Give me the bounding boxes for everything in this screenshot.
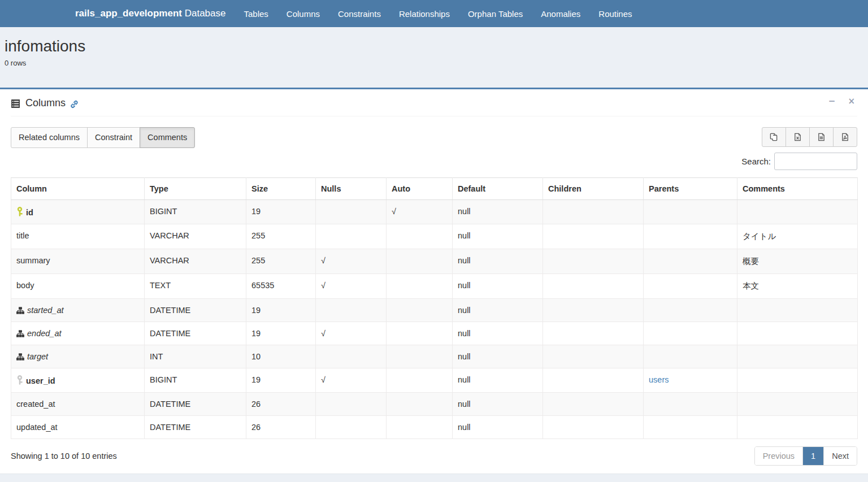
index-icon [16, 307, 24, 314]
table-body: idBIGINT19√nulltitleVARCHAR255nullタイトルsu… [11, 199, 858, 438]
tab-related-columns[interactable]: Related columns [11, 127, 88, 148]
pagination: Previous 1 Next [754, 446, 857, 466]
pagination-previous[interactable]: Previous [755, 447, 802, 465]
cell-auto [387, 224, 453, 249]
column-name: started_at [27, 306, 64, 315]
cell-size: 19 [246, 368, 316, 392]
cell-comments [737, 415, 858, 438]
cell-parents [644, 249, 737, 273]
nav-item-anomalies[interactable]: Anomalies [532, 1, 589, 27]
header-parents[interactable]: Parents [644, 177, 737, 199]
cell-children [543, 322, 644, 345]
cell-auto [387, 273, 453, 298]
column-name: id [26, 208, 33, 217]
table-row: ended_atDATETIME19√null [11, 322, 858, 345]
column-name: updated_at [16, 423, 58, 432]
entries-info: Showing 1 to 10 of 10 entries [11, 451, 117, 461]
table-row: idBIGINT19√null [11, 199, 858, 224]
database-name: rails_app_development [75, 8, 182, 19]
header-size[interactable]: Size [246, 177, 316, 199]
nav-item-orphan-tables[interactable]: Orphan Tables [459, 1, 532, 27]
nav-item-routines[interactable]: Routines [589, 1, 641, 27]
close-icon[interactable]: × [845, 96, 857, 107]
cell-comments [737, 345, 858, 368]
cell-size: 65535 [246, 273, 316, 298]
cell-default: null [453, 322, 543, 345]
foreign-key-icon [16, 375, 23, 385]
cell-parents [644, 298, 737, 322]
tab-constraint[interactable]: Constraint [87, 127, 140, 148]
table-row: targetINT10null [11, 345, 858, 368]
header-default[interactable]: Default [453, 177, 543, 199]
pagination-next[interactable]: Next [823, 447, 857, 465]
table-row: updated_atDATETIME26null [11, 415, 858, 438]
cell-default: null [453, 345, 543, 368]
table-list-icon [11, 99, 20, 108]
nav-item-relationships[interactable]: Relationships [390, 1, 459, 27]
header-column[interactable]: Column [11, 177, 145, 199]
cell-auto [387, 368, 453, 392]
parent-table-link[interactable]: users [649, 375, 669, 384]
anchor-link-icon[interactable] [70, 100, 79, 108]
page-title: infomations [5, 37, 863, 55]
cell-nulls [316, 199, 387, 224]
cell-children [543, 298, 644, 322]
header-children[interactable]: Children [543, 177, 644, 199]
column-name: ended_at [27, 329, 61, 338]
export-excel-button[interactable] [785, 127, 810, 147]
cell-type: TEXT [145, 273, 246, 298]
column-name: title [16, 231, 29, 240]
search-label: Search: [741, 157, 771, 166]
header-comments[interactable]: Comments [737, 177, 858, 199]
cell-column: user_id [11, 368, 145, 392]
header-type[interactable]: Type [145, 177, 246, 199]
export-csv-button[interactable] [809, 127, 834, 147]
cell-size: 255 [246, 249, 316, 273]
primary-key-icon [16, 207, 23, 216]
cell-comments [737, 298, 858, 322]
cell-parents [644, 415, 737, 438]
pagination-page-1[interactable]: 1 [802, 447, 823, 465]
nav-item-tables[interactable]: Tables [235, 1, 277, 27]
cell-parents [644, 392, 737, 415]
cell-default: null [453, 392, 543, 415]
cell-children [543, 273, 644, 298]
cell-column: summary [11, 249, 145, 273]
table-row: summaryVARCHAR255√null概要 [11, 249, 858, 273]
columns-panel: Columns − × Related columns Constraint C… [0, 88, 868, 474]
table-row: started_atDATETIME19null [11, 298, 858, 322]
column-name: created_at [16, 400, 55, 409]
tab-comments[interactable]: Comments [140, 127, 195, 148]
cell-size: 10 [246, 345, 316, 368]
column-name: user_id [26, 376, 55, 385]
nav-item-columns[interactable]: Columns [277, 1, 329, 27]
database-label: Database [182, 8, 226, 19]
table-row: bodyTEXT65535√null本文 [11, 273, 858, 298]
header-nulls[interactable]: Nulls [316, 177, 387, 199]
cell-children [543, 224, 644, 249]
cell-parents [644, 322, 737, 345]
cell-auto [387, 415, 453, 438]
header-auto[interactable]: Auto [387, 177, 453, 199]
cell-column: target [11, 345, 145, 368]
export-copy-button[interactable] [762, 127, 786, 147]
cell-comments: 本文 [737, 273, 858, 298]
cell-comments [737, 199, 858, 224]
cell-column: started_at [11, 298, 145, 322]
panel-tools: − × [826, 96, 857, 107]
cell-default: null [453, 224, 543, 249]
cell-type: DATETIME [145, 415, 246, 438]
cell-type: DATETIME [145, 322, 246, 345]
collapse-icon[interactable]: − [826, 96, 838, 107]
database-brand[interactable]: rails_app_development Database [75, 8, 225, 19]
cell-comments [737, 322, 858, 345]
cell-size: 26 [246, 392, 316, 415]
row-count: 0 rows [5, 59, 863, 67]
cell-type: DATETIME [145, 298, 246, 322]
search-input[interactable] [774, 153, 857, 170]
cell-auto: √ [387, 199, 453, 224]
export-pdf-button[interactable] [833, 127, 857, 147]
cell-column: updated_at [11, 415, 145, 438]
cell-children [543, 345, 644, 368]
nav-item-constraints[interactable]: Constraints [329, 1, 390, 27]
